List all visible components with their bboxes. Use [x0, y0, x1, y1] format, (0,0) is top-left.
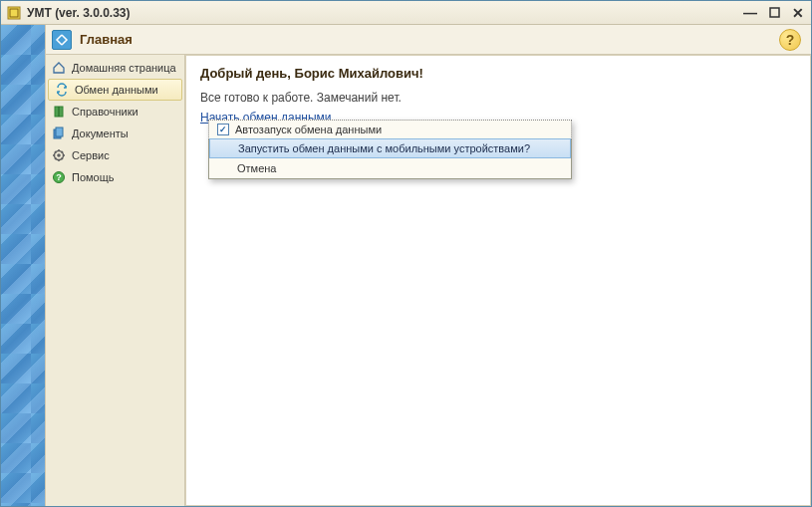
content-row: Домашняя страница Обмен данными Справочн…	[46, 55, 811, 506]
body-area: Главная ? Домашняя страница	[1, 25, 811, 506]
book-icon	[52, 105, 66, 119]
page-icon	[52, 30, 72, 50]
page-header: Главная ?	[46, 25, 811, 55]
svg-point-8	[57, 153, 61, 157]
sidebar-item-label: Сервис	[72, 149, 110, 161]
sidebar-item-label: Помощь	[72, 171, 115, 183]
decorative-stripe	[1, 25, 45, 506]
help-button[interactable]: ?	[779, 29, 801, 51]
sidebar-item-label: Обмен данными	[75, 84, 158, 96]
svg-rect-2	[770, 8, 779, 17]
svg-rect-6	[56, 127, 63, 136]
gear-icon	[52, 148, 66, 162]
menu-item-label: Запустить обмен данными с мобильными уст…	[238, 142, 530, 154]
checkbox-icon[interactable]: ✓	[217, 124, 229, 135]
main-panel: Главная ? Домашняя страница	[45, 25, 811, 506]
window-title: УМТ (ver. 3.0.0.33)	[27, 6, 743, 20]
sidebar-item-documents[interactable]: Документы	[46, 123, 184, 144]
greeting-text: Добрый день, Борис Михайлович!	[200, 66, 796, 81]
sidebar-item-service[interactable]: Сервис	[46, 144, 184, 166]
sidebar: Домашняя страница Обмен данными Справочн…	[46, 55, 185, 506]
sidebar-item-label: Документы	[72, 127, 129, 139]
page-title: Главная	[80, 32, 779, 47]
content-area: Добрый день, Борис Михайлович! Все готов…	[185, 55, 811, 506]
close-button[interactable]: ✕	[791, 6, 805, 20]
menu-item-autostart[interactable]: ✓ Автозапуск обмена данными	[208, 120, 572, 139]
documents-icon	[52, 127, 66, 140]
sync-icon	[55, 83, 69, 97]
context-menu: ✓ Автозапуск обмена данными Запустить об…	[208, 120, 572, 179]
minimize-button[interactable]: —	[743, 6, 757, 20]
status-text: Все готово к работе. Замечаний нет.	[200, 91, 796, 105]
menu-item-cancel[interactable]: Отмена	[209, 158, 571, 178]
svg-text:?: ?	[56, 172, 62, 182]
question-icon: ?	[52, 170, 66, 184]
app-window: УМТ (ver. 3.0.0.33) — ✕ Главная ?	[0, 0, 812, 507]
home-icon	[52, 61, 66, 75]
sidebar-item-label: Справочники	[72, 106, 138, 118]
titlebar: УМТ (ver. 3.0.0.33) — ✕	[1, 1, 811, 25]
menu-item-label: Автозапуск обмена данными	[235, 124, 382, 135]
app-icon	[7, 6, 21, 20]
sidebar-item-home[interactable]: Домашняя страница	[46, 57, 184, 79]
sidebar-item-exchange[interactable]: Обмен данными	[48, 79, 182, 101]
menu-item-start-exchange[interactable]: Запустить обмен данными с мобильными уст…	[209, 138, 571, 158]
window-controls: — ✕	[743, 6, 805, 20]
maximize-button[interactable]	[767, 6, 781, 20]
sidebar-item-help[interactable]: ? Помощь	[46, 166, 184, 188]
sidebar-item-label: Домашняя страница	[72, 62, 176, 74]
sidebar-item-references[interactable]: Справочники	[46, 101, 184, 123]
menu-item-label: Отмена	[237, 162, 276, 174]
